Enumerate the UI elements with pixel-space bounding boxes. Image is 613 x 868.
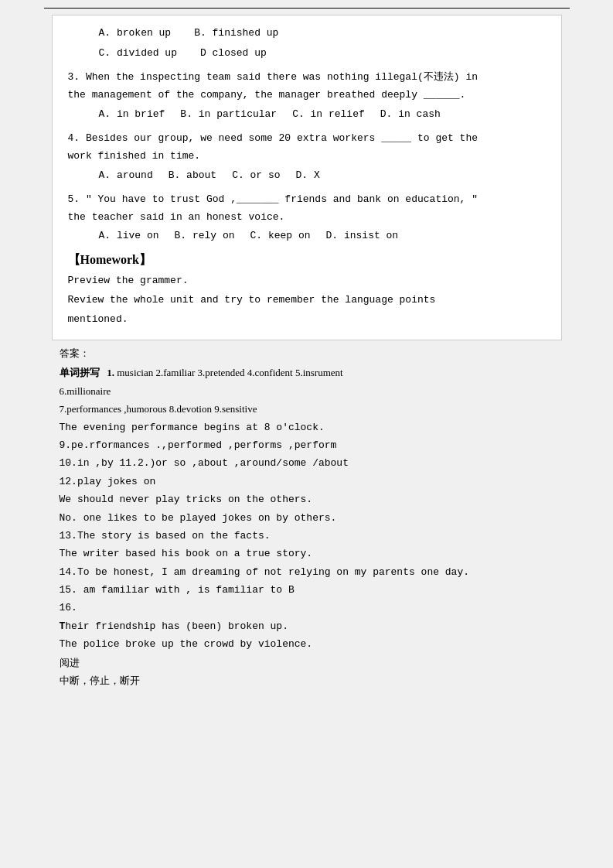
main-content-box: A. broken up B. finished up C. divided u… [52, 15, 562, 340]
question-4-block: 4. Besides our group, we need some 20 ex… [68, 129, 546, 186]
top-divider [44, 8, 570, 9]
answer-line15: The writer based his book on a true stor… [60, 545, 554, 562]
line19-rest: heir friendship has (been) broken up. [65, 620, 288, 632]
spelling-items: musician 2.familiar 3.pretended 4.confid… [117, 367, 342, 378]
question-4-options: A. around B. about C. or so D. X [68, 166, 546, 186]
answer-label: 答案： [60, 347, 554, 361]
answer-line12: We should never play tricks on the other… [60, 490, 554, 508]
question-5-options: A. live on B. rely on C. keep on D. insi… [68, 226, 546, 246]
homework-line1: Preview the grammer. [68, 272, 546, 291]
option-B: B. finished up [194, 23, 278, 43]
question-options-block: A. broken up B. finished up C. divided u… [68, 23, 546, 63]
answer-line10: 10.in ,by 11.2.)or so ,about ,around/som… [60, 454, 554, 472]
q4-option-C: C. or so [232, 166, 280, 186]
options-row-2: C. divided up D closed up [68, 43, 546, 63]
question-5-text-1: 5. " You have to trust God ,_______ frie… [68, 190, 546, 208]
option-A: A. broken up [99, 23, 172, 43]
q4-option-A: A. around [99, 166, 153, 186]
answer-line16: 14.To be honest, I am dreaming of not re… [60, 563, 554, 581]
question-3-text-1: 3. When the inspecting team said there w… [68, 68, 546, 86]
answer-line22-cn: 中断，停止，断开 [60, 672, 554, 689]
homework-line2: Review the whole unit and try to remembe… [68, 291, 546, 310]
q4-option-B: B. about [169, 166, 216, 186]
answer-line13: No. one likes to be played jokes on by o… [60, 509, 554, 527]
answer-line7: 7.performances ,humorous 8.devotion 9.se… [60, 400, 554, 418]
answer-line21-cn: 阅进 [60, 654, 554, 672]
q5-option-B: B. rely on [175, 226, 235, 246]
answer-line9: 9.pe.rformances .,performed ,performs ,p… [60, 436, 554, 454]
answer-line11: 12.play jokes on [60, 473, 554, 490]
answer-line14: 13.The story is based on the facts. [60, 527, 554, 545]
homework-section: 【Homework】 Preview the grammer. Review t… [68, 252, 546, 329]
answer-line8: The evening performance begins at 8 o'cl… [60, 419, 554, 436]
answer-section: 答案： 单词拼写 1. musician 2.familiar 3.preten… [52, 347, 562, 689]
answer-line18: 16. [60, 599, 554, 617]
question-3-text-2: the management of the company, the manag… [68, 86, 546, 104]
q4-option-D: D. X [296, 166, 320, 186]
spelling-number: 1. [107, 367, 114, 378]
answer-line19: Their friendship has (been) broken up. [60, 617, 554, 635]
question-4-text-1: 4. Besides our group, we need some 20 ex… [68, 129, 546, 147]
q5-option-C: C. keep on [250, 226, 311, 246]
options-row-1: A. broken up B. finished up [68, 23, 546, 43]
spelling-title: 单词拼写 [60, 367, 100, 378]
question-3-block: 3. When the inspecting team said there w… [68, 68, 546, 125]
option-C: C. divided up [99, 43, 177, 63]
answer-line17: 15. am familiar with , is familiar to B [60, 581, 554, 599]
question-4-text-2: work finished in time. [68, 147, 546, 165]
homework-title: 【Homework】 [68, 252, 546, 268]
question-5-block: 5. " You have to trust God ,_______ frie… [68, 190, 546, 247]
answer-line20: The police broke up the crowd by violenc… [60, 635, 554, 653]
question-5-text-2: the teacher said in an honest voice. [68, 208, 546, 226]
page: A. broken up B. finished up C. divided u… [0, 0, 613, 868]
homework-line3: mentioned. [68, 310, 546, 330]
q3-option-C: C. in relief [292, 104, 365, 125]
option-D: D closed up [200, 43, 267, 63]
q3-option-A: A. in brief [99, 104, 165, 125]
spelling-row: 单词拼写 1. musician 2.familiar 3.pretended … [60, 364, 554, 381]
q3-option-B: B. in particular [180, 104, 277, 125]
answer-line6: 6.millionaire [60, 382, 554, 400]
q5-option-D: D. insist on [326, 226, 399, 246]
question-3-options: A. in brief B. in particular C. in relie… [68, 104, 546, 125]
q5-option-A: A. live on [99, 226, 159, 246]
q3-option-D: D. in cash [380, 104, 441, 125]
